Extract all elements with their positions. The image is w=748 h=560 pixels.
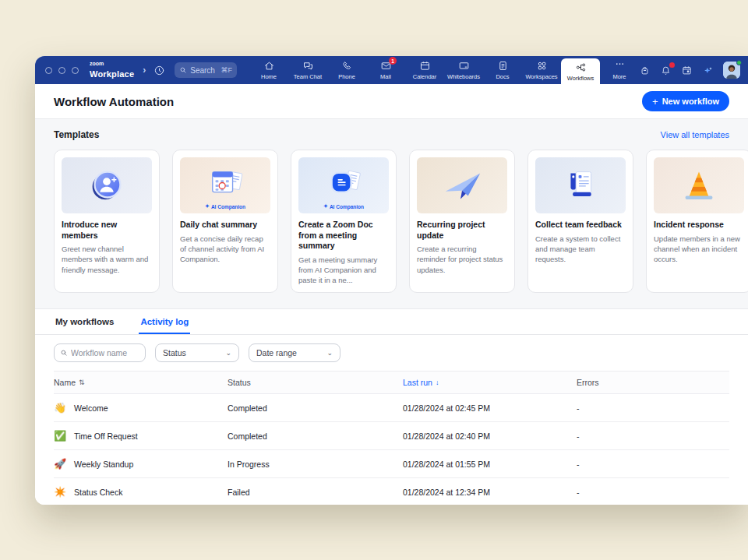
zoom-workplace-logo: zoom Workplace	[90, 61, 134, 79]
nav-mail[interactable]: Mail 1	[366, 56, 405, 84]
table-row[interactable]: 🚀Weekly Standup In Progress 01/28/2024 a…	[54, 450, 729, 478]
activity-log-table: Name ⇅ Status Last run ↓ Errors 👋Welcome…	[35, 371, 748, 505]
page-title: Workflow Automation	[54, 95, 174, 108]
workspaces-icon	[536, 60, 548, 72]
column-header-errors: Errors	[577, 378, 729, 387]
window-controls[interactable]	[45, 67, 79, 74]
home-icon	[263, 60, 275, 72]
last-run-cell: 01/28/2024 at 12:34 PM	[403, 488, 577, 497]
workflow-name: Weekly Standup	[74, 460, 133, 469]
new-workflow-button[interactable]: + New workflow	[642, 91, 729, 111]
user-avatar[interactable]	[723, 62, 740, 79]
window-maximize-button[interactable]	[72, 67, 79, 74]
nav-docs[interactable]: Docs	[483, 56, 522, 84]
introduce-members-illustration	[62, 157, 152, 213]
card-description: Get a meeting summary from AI Companion …	[298, 255, 389, 285]
history-icon[interactable]	[153, 65, 165, 76]
window-close-button[interactable]	[45, 67, 52, 74]
phone-icon	[341, 60, 353, 72]
template-card-daily-chat-summary[interactable]: ✦ AI Companion Daily chat summary Get a …	[172, 150, 278, 293]
sort-desc-icon: ↓	[436, 379, 439, 386]
presence-dot	[736, 60, 742, 65]
global-search-input[interactable]: Search ⌘F	[175, 62, 237, 78]
ai-companion-badge: ✦ AI Companion	[323, 203, 364, 210]
nav-more[interactable]: More	[600, 56, 639, 84]
filters-bar: Status ⌄ Date range ⌄	[35, 335, 748, 371]
card-title: Create a Zoom Doc from a meeting summary	[298, 220, 389, 252]
column-header-name[interactable]: Name ⇅	[54, 378, 228, 387]
date-range-filter-dropdown[interactable]: Date range ⌄	[249, 343, 340, 362]
mail-badge: 1	[389, 57, 397, 65]
tab-activity-log[interactable]: Activity log	[139, 309, 190, 334]
view-all-templates-link[interactable]: View all templates	[661, 130, 729, 139]
notifications-bell-icon[interactable]	[660, 65, 672, 76]
notification-dot	[669, 62, 675, 68]
template-card-zoom-doc-from-summary[interactable]: ✦ AI Companion Create a Zoom Doc from a …	[291, 150, 397, 293]
ai-companion-badge: ✦ AI Companion	[205, 203, 245, 210]
nav-whiteboards[interactable]: Whiteboards	[444, 56, 483, 84]
card-title: Incident response	[654, 220, 744, 231]
template-card-recurring-project-update[interactable]: Recurring project update Create a recurr…	[409, 150, 515, 293]
status-filter-dropdown[interactable]: Status ⌄	[155, 343, 239, 362]
workflows-icon	[575, 62, 587, 73]
table-row[interactable]: ✴️Status Check Failed 01/28/2024 at 12:3…	[54, 478, 729, 505]
card-description: Greet new channel members with a warm an…	[62, 244, 152, 274]
daily-chat-summary-illustration: ✦ AI Companion	[180, 157, 270, 213]
nav-home[interactable]: Home	[249, 56, 288, 84]
card-title: Recurring project update	[417, 220, 507, 241]
last-run-cell: 01/28/2024 at 02:40 PM	[403, 431, 577, 441]
schedule-icon[interactable]	[681, 65, 693, 76]
card-description: Create a recurring reminder for project …	[417, 244, 507, 274]
nav-workspaces[interactable]: Workspaces	[522, 56, 561, 84]
nav-team-chat[interactable]: Team Chat	[288, 56, 327, 84]
template-cards: Introduce new members Greet new channel …	[54, 150, 729, 293]
paper-plane-illustration	[417, 157, 507, 213]
sort-icon: ⇅	[79, 379, 85, 386]
window-minimize-button[interactable]	[58, 67, 65, 74]
chat-icon	[302, 60, 314, 72]
templates-heading: Templates	[54, 129, 99, 140]
incident-cone-illustration	[654, 157, 744, 213]
search-shortcut: ⌘F	[221, 66, 233, 74]
search-icon	[179, 66, 187, 74]
card-title: Collect team feedback	[535, 220, 626, 231]
column-header-last-run[interactable]: Last run ↓	[403, 378, 577, 387]
chevron-down-icon: ⌄	[326, 349, 333, 357]
table-row[interactable]: 👋Welcome Completed 01/28/2024 at 02:45 P…	[54, 394, 729, 422]
workflow-name: Time Off Request	[74, 431, 138, 441]
workflow-name-search[interactable]	[54, 343, 146, 362]
contact-center-icon[interactable]	[639, 65, 651, 76]
card-title: Daily chat summary	[180, 220, 270, 231]
workflow-emoji-icon: ✅	[54, 430, 66, 442]
ai-companion-icon[interactable]	[702, 65, 714, 76]
chevron-right-icon[interactable]: ›	[143, 65, 146, 76]
template-card-introduce-new-members[interactable]: Introduce new members Greet new channel …	[54, 150, 160, 293]
nav-phone[interactable]: Phone	[327, 56, 366, 84]
ai-spark-icon: ✦	[323, 203, 328, 210]
app-window: zoom Workplace › Search ⌘F Home Team Cha…	[35, 56, 748, 505]
column-header-status: Status	[228, 378, 403, 387]
workflow-emoji-icon: 🚀	[54, 458, 66, 470]
workflow-emoji-icon: 👋	[54, 402, 66, 414]
chevron-down-icon: ⌄	[225, 349, 231, 357]
status-cell: Completed	[228, 403, 403, 413]
tab-my-workflows[interactable]: My workflows	[54, 309, 115, 334]
workflow-name-input[interactable]	[71, 348, 139, 357]
more-icon	[614, 60, 626, 72]
feedback-scroll-illustration	[535, 157, 626, 213]
calendar-icon	[419, 60, 431, 72]
card-description: Update members in a new channel when an …	[654, 234, 744, 264]
nav-calendar[interactable]: Calendar	[405, 56, 444, 84]
workflow-tabs: My workflows Activity log	[35, 309, 748, 335]
table-header-row: Name ⇅ Status Last run ↓ Errors	[54, 371, 729, 394]
table-row[interactable]: ✅Time Off Request Completed 01/28/2024 a…	[54, 422, 729, 450]
page-header: Workflow Automation + New workflow	[35, 84, 748, 118]
workflow-emoji-icon: ✴️	[54, 486, 66, 498]
template-card-collect-team-feedback[interactable]: Collect team feedback Create a system to…	[527, 150, 633, 293]
template-card-incident-response[interactable]: Incident response Update members in a ne…	[646, 150, 748, 293]
whiteboard-icon	[458, 60, 470, 72]
topbar-right-icons	[639, 62, 740, 79]
nav-workflows[interactable]: Workflows	[561, 58, 600, 84]
plus-icon: +	[652, 97, 658, 107]
top-bar: zoom Workplace › Search ⌘F Home Team Cha…	[35, 56, 748, 84]
